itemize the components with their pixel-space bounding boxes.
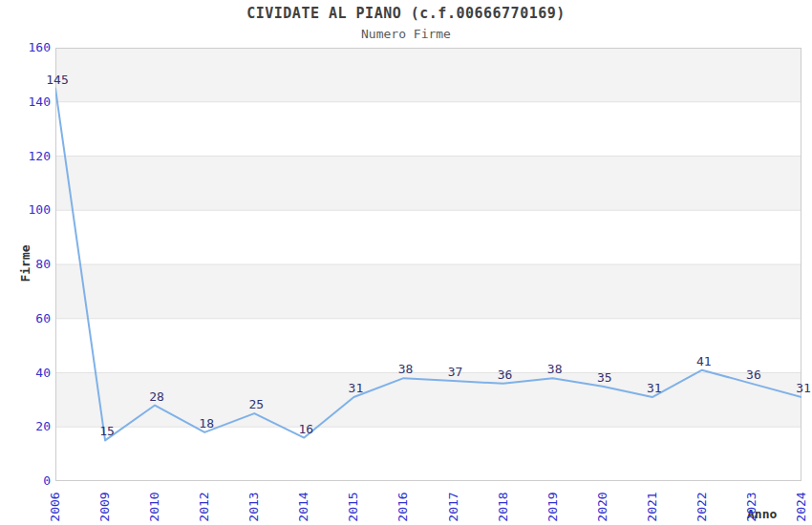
data-point-label: 31 (334, 382, 376, 395)
x-tick-label: 2014 (296, 486, 311, 525)
data-point-label: 145 (36, 74, 78, 87)
data-point-label: 41 (683, 355, 725, 368)
data-point-label: 18 (185, 417, 227, 430)
data-point-label: 38 (534, 363, 576, 376)
x-tick-label: 2023 (744, 486, 759, 525)
x-tick-label: 2013 (246, 486, 262, 525)
plot-band (55, 210, 801, 264)
data-point-label: 38 (384, 363, 426, 376)
chart-title: CIVIDATE AL PIANO (c.f.00666770169) (0, 5, 812, 22)
x-tick-label: 2019 (545, 486, 561, 525)
x-tick-label: 2024 (794, 486, 809, 525)
x-tick-label: 2016 (395, 486, 411, 525)
x-tick-label: 2020 (595, 486, 610, 525)
y-tick-label: 120 (0, 149, 51, 164)
x-tick-label: 2012 (197, 486, 212, 525)
plot-band (55, 102, 801, 157)
y-tick-label: 140 (0, 94, 51, 110)
chart-subtitle: Numero Firme (0, 27, 812, 41)
plot-band (55, 264, 801, 319)
data-point-label: 16 (285, 423, 327, 436)
y-tick-label: 0 (0, 473, 51, 489)
x-tick-label: 2006 (48, 486, 63, 525)
y-tick-label: 60 (0, 311, 51, 326)
x-tick-label: 2009 (97, 486, 113, 525)
y-tick-label: 80 (0, 257, 51, 272)
x-tick-label: 2017 (446, 486, 461, 525)
data-point-label: 25 (235, 398, 277, 411)
x-tick-label: 2010 (147, 486, 162, 525)
plot-band (55, 427, 801, 481)
y-tick-label: 40 (0, 366, 51, 381)
x-tick-label: 2015 (346, 486, 361, 525)
x-tick-label: 2021 (645, 486, 660, 525)
data-point-label: 35 (584, 371, 626, 385)
chart-container: CIVIDATE AL PIANO (c.f.00666770169) Nume… (0, 0, 812, 525)
x-tick-label: 2022 (694, 486, 710, 525)
y-tick-label: 100 (0, 202, 51, 218)
y-tick-label: 160 (0, 40, 51, 55)
plot-band (55, 48, 801, 102)
data-point-label: 31 (782, 382, 812, 395)
plot-band (55, 157, 801, 211)
data-point-label: 36 (733, 368, 775, 382)
data-point-label: 28 (136, 390, 178, 404)
y-tick-label: 20 (0, 419, 51, 434)
data-point-label: 31 (633, 382, 675, 395)
data-point-label: 36 (484, 368, 526, 382)
data-point-label: 15 (86, 425, 128, 438)
x-tick-label: 2018 (496, 486, 511, 525)
data-point-label: 37 (435, 366, 477, 379)
plot-area (55, 48, 801, 481)
